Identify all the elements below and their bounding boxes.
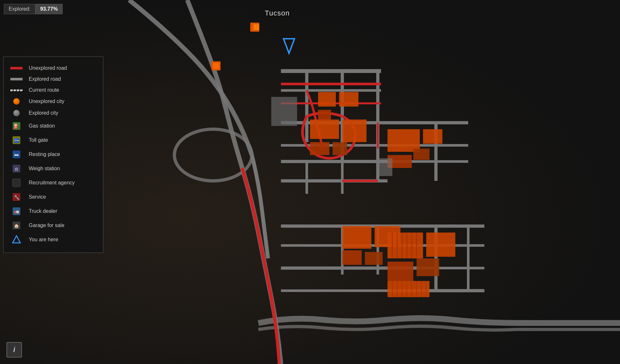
- gas-station-icon: ⛽: [10, 121, 23, 130]
- legend-label-garage-sale: Garage for sale: [29, 223, 64, 228]
- legend-label-unexplored-road: Unexplored road: [29, 65, 67, 71]
- svg-rect-22: [388, 281, 429, 297]
- svg-rect-20: [388, 262, 413, 281]
- legend-item-recruitment-agency: Recruitment agency: [10, 176, 97, 190]
- svg-text:🔧: 🔧: [14, 195, 20, 200]
- unexplored-city-icon: [10, 98, 23, 105]
- city-name-label: Tucson: [265, 9, 290, 17]
- explored-city-icon: [10, 110, 23, 116]
- svg-rect-40: [213, 63, 219, 69]
- legend-label-unexplored-city: Unexplored city: [29, 99, 64, 104]
- legend-label-current-route: Current route: [29, 87, 59, 93]
- legend-label-service: Service: [29, 194, 46, 200]
- legend-item-toll-gate: 🏧 Toll gate: [10, 133, 97, 147]
- you-are-here-icon: [10, 235, 23, 244]
- legend-item-weigh-station: ⚖ Weigh station: [10, 161, 97, 176]
- legend-item-current-route: Current route: [10, 85, 97, 96]
- explored-value: 93.77%: [36, 4, 63, 14]
- svg-marker-41: [284, 39, 294, 53]
- svg-text:🛏: 🛏: [14, 152, 19, 157]
- explored-bar: Explored: 93.77%: [4, 4, 63, 14]
- svg-rect-8: [388, 129, 420, 152]
- legend-label-gas-station: Gas station: [29, 123, 55, 129]
- legend-label-recruitment-agency: Recruitment agency: [29, 180, 75, 186]
- toll-gate-icon: 🏧: [10, 136, 23, 145]
- svg-rect-11: [413, 149, 429, 160]
- legend-label-truck-dealer: Truck dealer: [29, 208, 57, 214]
- legend-label-you-are-here: You are here: [29, 237, 58, 243]
- legend-item-explored-road: Explored road: [10, 74, 97, 85]
- truck-dealer-icon: 🚛: [10, 207, 23, 216]
- svg-rect-19: [426, 233, 455, 257]
- explored-label: Explored:: [4, 4, 36, 14]
- legend-item-resting-place: 🛏 Resting place: [10, 147, 97, 161]
- legend-item-gas-station: ⛽ Gas station: [10, 119, 97, 133]
- svg-rect-13: [376, 158, 392, 176]
- legend-label-explored-city: Explored city: [29, 110, 58, 116]
- svg-rect-14: [342, 226, 371, 249]
- svg-marker-57: [13, 236, 20, 243]
- svg-rect-12: [271, 97, 297, 126]
- legend-label-weigh-station: Weigh station: [29, 166, 60, 172]
- svg-text:⚖: ⚖: [15, 167, 18, 172]
- svg-text:🏧: 🏧: [14, 138, 20, 143]
- svg-rect-1: [318, 92, 336, 107]
- svg-rect-3: [318, 110, 331, 120]
- legend-item-you-are-here: You are here: [10, 233, 97, 247]
- svg-rect-4: [310, 120, 339, 139]
- legend-item-truck-dealer: 🚛 Truck dealer: [10, 204, 97, 218]
- legend-label-explored-road: Explored road: [29, 76, 61, 82]
- legend-item-service: 🔧 Service: [10, 190, 97, 204]
- legend-panel: Unexplored road Explored road Current ro…: [3, 57, 103, 253]
- svg-rect-16: [342, 250, 362, 265]
- svg-rect-21: [417, 258, 439, 276]
- svg-rect-9: [423, 129, 442, 144]
- svg-rect-6: [310, 142, 329, 155]
- legend-item-unexplored-road: Unexplored road: [10, 63, 97, 74]
- svg-rect-5: [342, 120, 367, 142]
- legend-label-resting-place: Resting place: [29, 151, 60, 157]
- legend-item-unexplored-city: Unexplored city: [10, 96, 97, 107]
- svg-rect-7: [333, 142, 347, 155]
- svg-rect-17: [365, 252, 383, 265]
- explored-road-icon: [10, 78, 23, 80]
- unexplored-road-icon: [10, 67, 23, 69]
- svg-text:🏠: 🏠: [14, 223, 19, 229]
- recruitment-agency-icon: [10, 178, 23, 187]
- svg-rect-2: [339, 92, 358, 107]
- legend-item-explored-city: Explored city: [10, 107, 97, 119]
- svg-text:⛽: ⛽: [13, 123, 20, 129]
- current-route-icon: [10, 89, 23, 91]
- svg-rect-50: [13, 179, 20, 187]
- resting-place-icon: 🛏: [10, 150, 23, 159]
- info-button[interactable]: i: [6, 342, 22, 358]
- legend-item-garage-sale: 🏠 Garage for sale: [10, 218, 97, 233]
- weigh-station-icon: ⚖: [10, 164, 23, 173]
- svg-text:🚛: 🚛: [14, 209, 19, 214]
- garage-sale-icon: 🏠: [10, 221, 23, 230]
- svg-rect-38: [253, 24, 259, 30]
- service-icon: 🔧: [10, 192, 23, 202]
- legend-label-toll-gate: Toll gate: [29, 137, 48, 143]
